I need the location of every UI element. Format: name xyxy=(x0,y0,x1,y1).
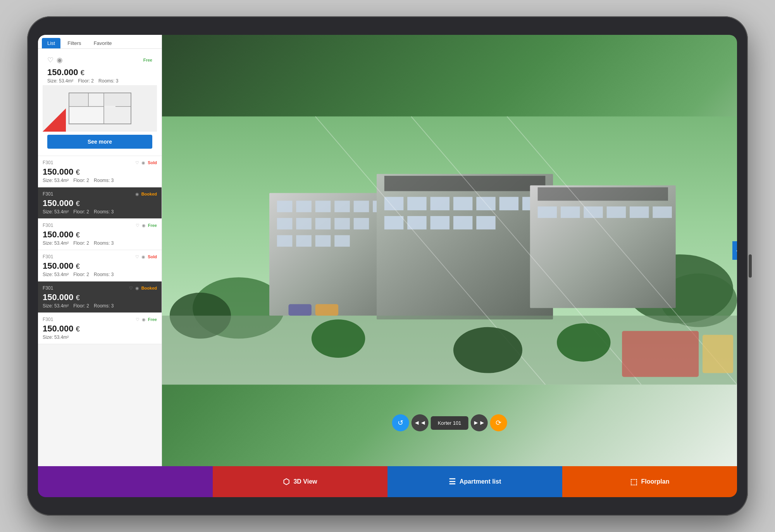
svg-rect-38 xyxy=(453,197,472,210)
svg-rect-44 xyxy=(431,216,450,230)
apt-icons-3: ♡ ◉ Free xyxy=(136,223,157,228)
featured-price: 150.000 € xyxy=(47,67,152,77)
svg-point-63 xyxy=(557,323,611,362)
svg-rect-59 xyxy=(622,331,699,377)
apartment-list: ♡ ◉ Free 150.000 € Size: 53.4m² xyxy=(38,49,162,466)
eye-icon-6: ◉ xyxy=(142,317,146,322)
featured-card-header: ♡ ◉ Free xyxy=(43,53,157,67)
svg-rect-24 xyxy=(315,218,331,230)
apartment-card-2[interactable]: F301 ◉ Booked 150.000 € Size: 53.4m² Flo… xyxy=(38,187,162,219)
svg-rect-36 xyxy=(407,197,426,210)
bottom-section-placeholder xyxy=(38,466,213,497)
svg-rect-33 xyxy=(377,174,553,319)
eye-icon: ◉ xyxy=(57,56,63,64)
apt-icons-2: ◉ Booked xyxy=(135,192,157,197)
heart-icon-4: ♡ xyxy=(135,254,139,259)
apartment-list-button[interactable]: ☰ Apartment list xyxy=(388,466,562,497)
apt-id-4: F301 xyxy=(43,254,53,259)
featured-apartment-card: ♡ ◉ Free 150.000 € Size: 53.4m² xyxy=(38,49,162,156)
apt-icons-6: ♡ ◉ Free xyxy=(136,317,157,322)
svg-rect-18 xyxy=(315,201,331,212)
prev-unit-button[interactable]: ◄◄ xyxy=(412,414,429,431)
svg-rect-28 xyxy=(296,235,312,247)
svg-rect-34 xyxy=(384,176,546,191)
tab-filters[interactable]: Filters xyxy=(62,38,86,48)
apt-id-5: F301 xyxy=(43,285,53,291)
bottom-navigation-bar: ⬡ 3D View ☰ Apartment list ⬚ Floorplan xyxy=(38,466,737,497)
tab-favorite[interactable]: Favorite xyxy=(88,38,117,48)
apartment-card-4[interactable]: F301 ♡ ◉ Sold 150.000 € Size: 53.4m² xyxy=(38,250,162,281)
main-content: List Filters Favorite ♡ ◉ xyxy=(38,35,737,497)
svg-rect-16 xyxy=(277,201,293,212)
svg-rect-5 xyxy=(70,94,88,106)
apartment-card-6[interactable]: F301 ♡ ◉ Free 150.000 € Size: 53.4m² xyxy=(38,313,162,344)
floor-plan-svg xyxy=(65,89,135,128)
svg-rect-47 xyxy=(530,185,676,308)
eye-icon-4: ◉ xyxy=(141,254,145,259)
svg-rect-23 xyxy=(296,218,312,230)
svg-point-62 xyxy=(453,327,522,373)
svg-rect-27 xyxy=(277,235,293,247)
featured-details: Size: 53.4m² Floor: 2 Rooms: 3 xyxy=(47,78,152,84)
svg-rect-37 xyxy=(431,197,450,210)
svg-rect-45 xyxy=(453,216,472,230)
svg-rect-19 xyxy=(334,201,350,212)
svg-rect-64 xyxy=(288,304,311,316)
apt-icons-5: ♡ ◉ Booked xyxy=(129,286,157,291)
power-button[interactable] xyxy=(749,254,752,278)
status-badge-free: Free xyxy=(143,58,152,62)
apt-icons-4: ♡ ◉ Sold xyxy=(135,254,157,259)
svg-rect-51 xyxy=(584,206,603,218)
apt-id-6: F301 xyxy=(43,317,53,322)
status-4: Sold xyxy=(148,254,157,259)
svg-rect-60 xyxy=(703,335,733,373)
tab-list[interactable]: List xyxy=(42,38,60,48)
svg-rect-54 xyxy=(653,206,672,218)
status-5: Booked xyxy=(141,286,157,290)
svg-rect-8 xyxy=(70,107,103,123)
svg-rect-40 xyxy=(499,197,518,210)
svg-rect-48 xyxy=(538,187,668,201)
rotate-left-button[interactable]: ↺ xyxy=(392,414,409,431)
heart-icon: ♡ xyxy=(47,56,53,64)
svg-rect-30 xyxy=(334,235,350,247)
svg-rect-65 xyxy=(315,304,338,316)
eye-icon-1: ◉ xyxy=(141,160,145,165)
3d-view-button[interactable]: ⬡ 3D View xyxy=(213,466,388,497)
svg-rect-7 xyxy=(105,94,130,106)
apartment-card-5[interactable]: F301 ♡ ◉ Booked 150.000 € Size: 53.4m² xyxy=(38,281,162,313)
svg-rect-42 xyxy=(384,216,403,230)
svg-rect-9 xyxy=(105,107,130,123)
status-1: Sold xyxy=(148,160,157,165)
svg-rect-20 xyxy=(354,201,369,212)
floorplan-icon: ⬚ xyxy=(630,477,637,486)
see-more-button[interactable]: See more xyxy=(47,135,152,149)
price-2: 150.000 € xyxy=(43,198,157,208)
tablet-screen: List Filters Favorite ♡ ◉ xyxy=(38,35,737,497)
details-3: Size: 53.4m² Floor: 2 Rooms: 3 xyxy=(43,240,157,246)
floorplan-label: Floorplan xyxy=(641,478,670,485)
eye-icon-3: ◉ xyxy=(142,223,146,228)
status-2: Booked xyxy=(141,192,157,196)
price-1: 150.000 € xyxy=(43,167,157,177)
status-6: Free xyxy=(148,317,157,322)
details-2: Size: 53.4m² Floor: 2 Rooms: 3 xyxy=(43,209,157,215)
apt-icons-1: ♡ ◉ Sold xyxy=(135,160,157,165)
svg-rect-25 xyxy=(334,218,350,230)
heart-icon-1: ♡ xyxy=(135,160,139,165)
apartment-card-1[interactable]: F301 ♡ ◉ Sold 150.000 € Size: 53.4m² xyxy=(38,156,162,187)
rotate-right-button[interactable]: ⟳ xyxy=(490,414,507,431)
svg-rect-22 xyxy=(277,218,293,230)
details-5: Size: 53.4m² Floor: 2 Rooms: 3 xyxy=(43,303,157,309)
red-corner-decoration xyxy=(43,108,66,132)
svg-rect-17 xyxy=(296,201,312,212)
svg-point-61 xyxy=(312,319,365,358)
3d-view-icon: ⬡ xyxy=(283,477,289,486)
next-unit-button[interactable]: ►► xyxy=(470,414,487,431)
svg-rect-26 xyxy=(354,218,369,230)
apartment-card-3[interactable]: F301 ♡ ◉ Free 150.000 € Size: 53.4m² xyxy=(38,219,162,250)
3d-view-label: 3D View xyxy=(293,478,317,485)
apt-id-1: F301 xyxy=(43,160,53,165)
floorplan-button[interactable]: ⬚ Floorplan xyxy=(562,466,737,497)
status-3: Free xyxy=(148,223,157,228)
